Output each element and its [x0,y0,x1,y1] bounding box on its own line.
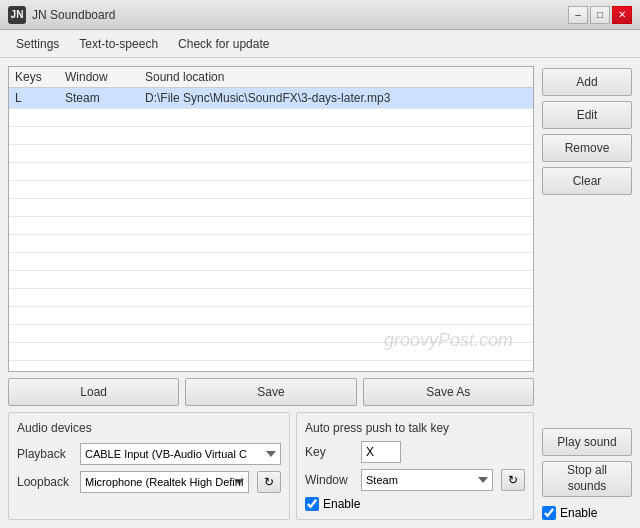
menu-settings[interactable]: Settings [8,34,67,54]
loopback-row: Loopback Microphone (Realtek High Defini… [17,471,281,493]
table-row[interactable] [9,163,533,181]
window-title: JN Soundboard [32,8,115,22]
ap-window-label: Window [305,473,353,487]
enable-checkbox[interactable] [542,506,556,520]
bottom-buttons: Load Save Save As [8,378,534,406]
close-button[interactable]: ✕ [612,6,632,24]
auto-press-section: Auto press push to talk key Key Window S… [296,412,534,520]
table-row[interactable] [9,325,533,343]
load-button[interactable]: Load [8,378,179,406]
table-row[interactable]: L Steam D:\File Sync\Music\SoundFX\3-day… [9,88,533,109]
edit-button[interactable]: Edit [542,101,632,129]
play-sound-button[interactable]: Play sound [542,428,632,456]
spacer [542,200,632,413]
table-row[interactable] [9,181,533,199]
playback-label: Playback [17,447,72,461]
ap-key-input[interactable] [361,441,401,463]
bottom-row: Audio devices Playback CABLE Input (VB-A… [8,412,534,520]
menu-bar: Settings Text-to-speech Check for update [0,30,640,58]
ap-enable-row: Enable [305,497,525,511]
stop-all-sounds-button[interactable]: Stop all sounds [542,461,632,497]
ap-window-select[interactable]: Steam [361,469,493,491]
playback-row: Playback CABLE Input (VB-Audio Virtual C [17,443,281,465]
ap-enable-label: Enable [323,497,360,511]
enable-row: Enable [542,506,632,520]
audio-devices-section: Audio devices Playback CABLE Input (VB-A… [8,412,290,520]
left-panel: Keys Window Sound location L Steam D:\Fi… [8,66,534,520]
app-icon: JN [8,6,26,24]
playback-select[interactable]: CABLE Input (VB-Audio Virtual C [80,443,281,465]
table-row[interactable] [9,253,533,271]
cell-window: Steam [59,88,139,109]
loopback-select[interactable]: Microphone (Realtek High Defini [80,471,249,493]
table-row[interactable] [9,217,533,235]
table-row[interactable] [9,307,533,325]
col-window: Window [59,67,139,88]
table-row[interactable] [9,145,533,163]
auto-press-title: Auto press push to talk key [305,421,525,435]
ap-key-row: Key [305,441,525,463]
right-panel: Add Edit Remove Clear Play sound Stop al… [542,66,632,520]
sound-table-container: Keys Window Sound location L Steam D:\Fi… [8,66,534,372]
clear-button[interactable]: Clear [542,167,632,195]
menu-check-for-update[interactable]: Check for update [170,34,277,54]
table-row[interactable] [9,235,533,253]
cell-sound: D:\File Sync\Music\SoundFX\3-days-later.… [139,88,533,109]
save-as-button[interactable]: Save As [363,378,534,406]
menu-text-to-speech[interactable]: Text-to-speech [71,34,166,54]
col-sound-location: Sound location [139,67,533,88]
maximize-button[interactable]: □ [590,6,610,24]
title-bar: JN JN Soundboard – □ ✕ [0,0,640,30]
table-row[interactable] [9,271,533,289]
ap-window-refresh-button[interactable]: ↻ [501,469,525,491]
table-row[interactable] [9,199,533,217]
table-header-row: Keys Window Sound location [9,67,533,88]
loopback-label: Loopback [17,475,72,489]
enable-label: Enable [560,506,597,520]
col-keys: Keys [9,67,59,88]
table-row[interactable] [9,343,533,361]
ap-window-row: Window Steam ↻ [305,469,525,491]
remove-button[interactable]: Remove [542,134,632,162]
ap-enable-checkbox[interactable] [305,497,319,511]
table-row[interactable] [9,289,533,307]
add-button[interactable]: Add [542,68,632,96]
title-bar-left: JN JN Soundboard [8,6,115,24]
minimize-button[interactable]: – [568,6,588,24]
main-content: Keys Window Sound location L Steam D:\Fi… [0,58,640,528]
table-row[interactable] [9,127,533,145]
title-bar-controls: – □ ✕ [568,6,632,24]
sound-table: Keys Window Sound location L Steam D:\Fi… [9,67,533,361]
save-button[interactable]: Save [185,378,356,406]
loopback-refresh-button[interactable]: ↻ [257,471,281,493]
audio-devices-title: Audio devices [17,421,281,435]
cell-keys: L [9,88,59,109]
ap-key-label: Key [305,445,353,459]
table-row[interactable] [9,109,533,127]
